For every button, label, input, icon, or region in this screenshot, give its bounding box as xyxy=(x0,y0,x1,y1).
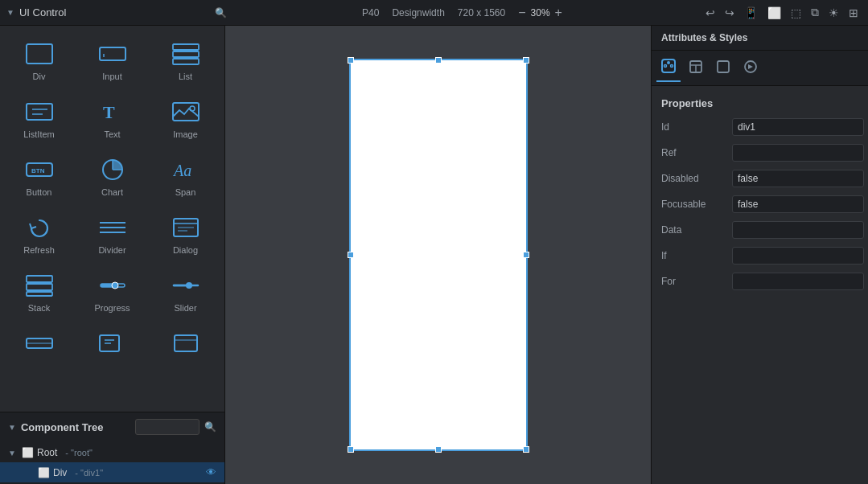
component-extra3[interactable] xyxy=(150,322,221,363)
component-listitem[interactable]: ListItem xyxy=(3,90,75,146)
input-icon xyxy=(97,41,129,67)
component-extra1[interactable] xyxy=(3,322,75,363)
component-stack[interactable]: Stack xyxy=(3,264,75,320)
root-item-id: - "root" xyxy=(65,448,92,457)
top-toolbar: ▼ UI Control 🔍 P40 Designwidth 720 x 156… xyxy=(0,0,868,26)
span-icon: Aa xyxy=(170,157,202,183)
layout-tab[interactable] xyxy=(684,55,708,81)
divider-label: Divider xyxy=(98,245,125,255)
components-row-5: Stack Progress xyxy=(3,264,221,320)
component-progress[interactable]: Progress xyxy=(76,264,148,320)
main-layout: Div Input xyxy=(0,26,868,484)
panel-search-button[interactable]: 🔍 xyxy=(210,6,232,20)
progress-label: Progress xyxy=(94,303,130,313)
zoom-out-button[interactable]: − xyxy=(518,6,525,19)
component-span[interactable]: Aa Span xyxy=(150,148,221,204)
component-text[interactable]: T Text xyxy=(76,90,148,146)
resolution: 720 x 1560 xyxy=(458,7,505,18)
tree-item-div[interactable]: ⬜ Div - "div1" 👁 xyxy=(0,462,224,482)
handle-top-left[interactable] xyxy=(348,57,354,64)
prop-row-disabled: Disabled xyxy=(652,166,868,191)
prop-label-if: If xyxy=(661,250,726,261)
component-div[interactable]: Div xyxy=(3,32,75,88)
component-list[interactable]: List xyxy=(150,32,221,88)
tree-title: Component Tree xyxy=(21,421,130,433)
listitem-icon xyxy=(23,99,56,125)
component-dialog[interactable]: Dialog xyxy=(150,206,221,262)
rotate-button[interactable]: ⬚ xyxy=(788,4,804,22)
prop-value-if[interactable] xyxy=(732,247,864,265)
prop-value-ref[interactable] xyxy=(732,144,864,162)
attributes-title: Attributes & Styles xyxy=(658,26,751,50)
tree-header: ▼ Component Tree 🔍 xyxy=(0,412,224,441)
events-tab[interactable] xyxy=(738,55,763,81)
prop-row-data: Data xyxy=(652,217,868,243)
components-row-3: BTN Button Chart xyxy=(3,148,221,204)
dialog-icon xyxy=(170,215,202,240)
component-button[interactable]: BTN Button xyxy=(3,148,75,204)
prop-value-focusable[interactable] xyxy=(732,195,864,213)
handle-middle-right[interactable] xyxy=(523,252,529,258)
list-icon xyxy=(170,41,202,67)
span-label: Span xyxy=(175,187,196,197)
slider-icon xyxy=(170,273,202,298)
component-divider[interactable]: Divider xyxy=(76,206,148,262)
zoom-controls: − 30% + xyxy=(518,6,562,19)
svg-rect-25 xyxy=(27,276,52,282)
handle-bottom-left[interactable] xyxy=(348,446,354,453)
button-icon: BTN xyxy=(23,157,56,183)
properties-tab[interactable] xyxy=(656,54,681,82)
expand-icon: ▼ xyxy=(6,8,14,17)
handle-bottom-right[interactable] xyxy=(523,446,529,453)
handle-top-right[interactable] xyxy=(523,57,529,64)
component-input[interactable]: Input xyxy=(76,32,148,88)
svg-point-42 xyxy=(667,61,670,64)
layers-button[interactable]: ⧉ xyxy=(808,3,822,22)
components-grid: Div Input xyxy=(0,26,224,412)
root-expand-arrow: ▼ xyxy=(8,449,18,457)
prop-value-data[interactable] xyxy=(732,221,864,239)
input-label: Input xyxy=(102,72,121,81)
svg-point-44 xyxy=(671,65,673,68)
undo-button[interactable]: ↩ xyxy=(702,4,718,22)
extra1-icon xyxy=(23,330,56,356)
handle-top-center[interactable] xyxy=(435,57,442,64)
prop-value-for[interactable] xyxy=(732,273,864,290)
zoom-in-button[interactable]: + xyxy=(555,6,562,19)
handle-bottom-center[interactable] xyxy=(435,446,442,453)
text-icon: T xyxy=(97,99,129,125)
tree-item-root[interactable]: ▼ ⬜ Root - "root" xyxy=(0,443,224,462)
prop-row-for: For xyxy=(652,269,868,294)
phone-view-button[interactable]: 📱 xyxy=(741,4,761,22)
component-refresh[interactable]: Refresh xyxy=(3,206,75,262)
image-icon xyxy=(170,99,202,125)
properties-section-title: Properties xyxy=(652,92,868,114)
div-item-icon: ⬜ xyxy=(37,467,50,478)
tree-search-input[interactable] xyxy=(135,419,200,435)
div-item-name: Div xyxy=(53,467,67,478)
button-label: Button xyxy=(27,187,52,197)
center-canvas[interactable] xyxy=(225,26,651,484)
style-tab[interactable] xyxy=(711,55,735,81)
prop-label-data: Data xyxy=(661,224,726,236)
sun-button[interactable]: ☀ xyxy=(825,4,842,22)
prop-value-id[interactable] xyxy=(732,118,864,136)
right-panel-tabs: Attributes & Styles xyxy=(652,26,868,51)
component-chart[interactable]: Chart xyxy=(76,148,148,204)
list-label: List xyxy=(179,72,192,81)
left-panel: Div Input xyxy=(0,26,225,484)
component-image[interactable]: Image xyxy=(150,90,221,146)
properties-section: Properties Id Ref Disabled Focusable Dat… xyxy=(652,86,868,484)
component-slider[interactable]: Slider xyxy=(150,264,221,320)
component-extra2[interactable] xyxy=(76,322,148,363)
grid-button[interactable]: ⊞ xyxy=(845,4,862,22)
div-eye-icon[interactable]: 👁 xyxy=(206,466,216,478)
stack-label: Stack xyxy=(28,303,51,313)
components-row-6 xyxy=(3,322,221,363)
image-label: Image xyxy=(173,129,198,139)
tablet-view-button[interactable]: ⬜ xyxy=(764,4,784,22)
handle-middle-left[interactable] xyxy=(348,252,354,258)
redo-button[interactable]: ↪ xyxy=(722,4,738,22)
listitem-label: ListItem xyxy=(23,129,55,139)
prop-value-disabled[interactable] xyxy=(732,170,864,187)
